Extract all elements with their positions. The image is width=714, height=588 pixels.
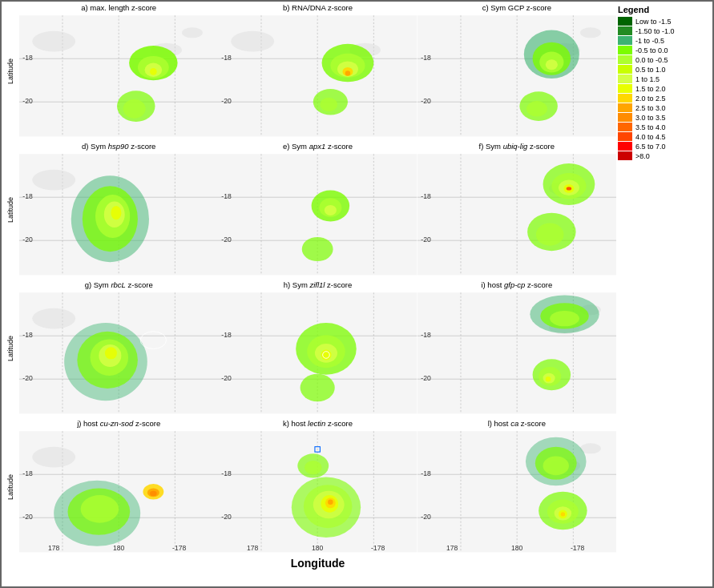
legend-panel: Legend Low to -1.5 -1.50 to -1.0 -1 to -…	[616, 2, 712, 586]
svg-point-98	[32, 308, 75, 329]
legend-item-2: -1 to -0.5	[618, 36, 709, 45]
svg-point-47	[526, 102, 547, 117]
legend-color-1	[618, 26, 632, 35]
legend-label-6: 1 to 1.5	[635, 75, 660, 83]
svg-point-45	[545, 60, 557, 70]
svg-point-144	[32, 447, 75, 468]
svg-point-12	[150, 68, 157, 75]
legend-color-3	[618, 46, 632, 54]
ylabel-row3: Latitude	[2, 417, 19, 556]
svg-text:-18: -18	[222, 332, 232, 340]
svg-text:-20: -20	[421, 98, 431, 106]
svg-text:180: 180	[113, 545, 125, 553]
plot-b-title: b) RNA/DNA z-score	[218, 2, 417, 12]
plot-a-body: -18 -20	[19, 12, 218, 140]
ylabel-row2: Latitude	[2, 279, 19, 417]
legend-item-0: Low to -1.5	[618, 17, 709, 26]
svg-text:-20: -20	[22, 236, 33, 244]
legend-color-2	[618, 36, 632, 45]
legend-item-5: 0.5 to 1.0	[618, 65, 709, 74]
legend-color-10	[618, 113, 632, 122]
plots-grid: Latitude a) max. length z-score	[2, 2, 616, 586]
legend-item-4: 0.0 to -0.5	[618, 55, 709, 64]
plot-g: g) Sym rbcL z-score	[19, 279, 218, 417]
plot-row-3: Latitude j) host cu-zn-sod z-score	[2, 417, 616, 556]
svg-point-168	[328, 500, 333, 505]
svg-text:-18: -18	[222, 193, 232, 201]
left-part: Latitude a) max. length z-score	[2, 2, 616, 586]
svg-text:-178: -178	[172, 545, 186, 553]
plot-d-title: d) Sym hsp90 z-score	[19, 140, 218, 151]
svg-text:-20: -20	[22, 513, 33, 522]
ylabel-text-row0: Latitude	[6, 58, 14, 83]
svg-text:-178: -178	[571, 545, 584, 553]
svg-point-186	[543, 457, 568, 476]
plot-e-title: e) Sym apx1 z-score	[218, 140, 417, 151]
plot-row-1: Latitude d) Sym hsp90 z-score	[2, 140, 616, 279]
plot-a-title: a) max. length z-score	[19, 2, 218, 12]
legend-item-7: 1.5 to 2.0	[618, 84, 709, 93]
plot-a-svg: -18 -20	[19, 12, 218, 140]
svg-text:-178: -178	[371, 545, 385, 553]
svg-text:-20: -20	[222, 513, 232, 522]
svg-text:-20: -20	[421, 236, 431, 244]
legend-item-11: 3.5 to 4.0	[618, 123, 709, 131]
legend-item-8: 2.0 to 2.5	[618, 94, 709, 103]
plot-b-svg: -18 -20	[218, 12, 417, 140]
plot-h-svg: -18 -20	[218, 289, 417, 417]
svg-text:-18: -18	[421, 54, 431, 62]
plot-b-body: -18 -20	[218, 12, 417, 140]
legend-color-11	[618, 123, 632, 131]
svg-text:180: 180	[511, 545, 523, 553]
legend-label-0: Low to -1.5	[635, 18, 672, 26]
plot-e-body: -18 -20	[218, 151, 417, 279]
svg-text:-20: -20	[421, 375, 431, 383]
ylabel-text-row2: Latitude	[6, 335, 14, 360]
svg-point-6	[32, 31, 75, 52]
plot-l-body: -18 -20 178 180 -178	[418, 428, 616, 556]
legend-label-5: 0.5 to 1.0	[635, 66, 666, 74]
svg-text:178: 178	[446, 545, 458, 553]
legend-title: Legend	[618, 5, 709, 14]
plot-j-body: -18 -20 178 180 -178	[19, 428, 218, 556]
plot-c: c) Sym GCP z-score	[418, 2, 616, 140]
plot-e: e) Sym apx1 z-score	[218, 140, 417, 279]
svg-point-56	[32, 170, 75, 191]
plot-j-svg: -18 -20 178 180 -178	[19, 428, 218, 556]
plot-k-title: k) host lectin z-score	[218, 417, 417, 428]
svg-point-29	[345, 71, 350, 76]
legend-label-2: -1 to -0.5	[635, 37, 664, 45]
plot-g-svg: -18 -20	[19, 289, 218, 417]
svg-text:-18: -18	[22, 54, 33, 62]
svg-point-103	[105, 348, 117, 360]
top-section: Latitude a) max. length z-score	[2, 2, 712, 586]
plot-i-body: -18 -20	[418, 289, 616, 417]
plot-row-0: Latitude a) max. length z-score	[2, 2, 616, 140]
svg-text:-18: -18	[421, 470, 431, 478]
legend-label-7: 1.5 to 2.0	[635, 85, 666, 93]
legend-item-14: >8.0	[618, 151, 709, 160]
svg-text:-20: -20	[222, 375, 232, 383]
svg-point-87	[566, 187, 571, 191]
plots-3col-row2: g) Sym rbcL z-score	[19, 279, 616, 417]
plot-i-title: i) host gfp-cp z-score	[418, 279, 616, 289]
plot-c-title: c) Sym GCP z-score	[418, 2, 616, 12]
plot-d-body: -18 -20	[19, 151, 218, 279]
plot-b: b) RNA/DNA z-score	[218, 2, 417, 140]
svg-point-150	[150, 491, 157, 496]
legend-label-13: 6.5 to 7.0	[635, 143, 666, 151]
plot-row-2: Latitude g) Sym rbcL z-score	[2, 279, 616, 417]
svg-text:-18: -18	[222, 54, 232, 62]
legend-color-5	[618, 65, 632, 74]
ylabel-text-row1: Latitude	[6, 196, 14, 222]
svg-text:-20: -20	[22, 98, 33, 106]
legend-item-10: 3.0 to 3.5	[618, 113, 709, 122]
svg-point-89	[536, 224, 564, 246]
bottom-section: Longitude	[2, 556, 616, 586]
bottom-ylabel-space	[2, 556, 19, 586]
legend-label-8: 2.0 to 2.5	[635, 95, 666, 103]
svg-text:-20: -20	[421, 513, 431, 522]
plot-k-svg: -18 -20 178 180 -178	[218, 428, 417, 556]
x-axis-label: Longitude	[291, 557, 345, 570]
plot-c-svg: -18 -20	[418, 12, 616, 140]
